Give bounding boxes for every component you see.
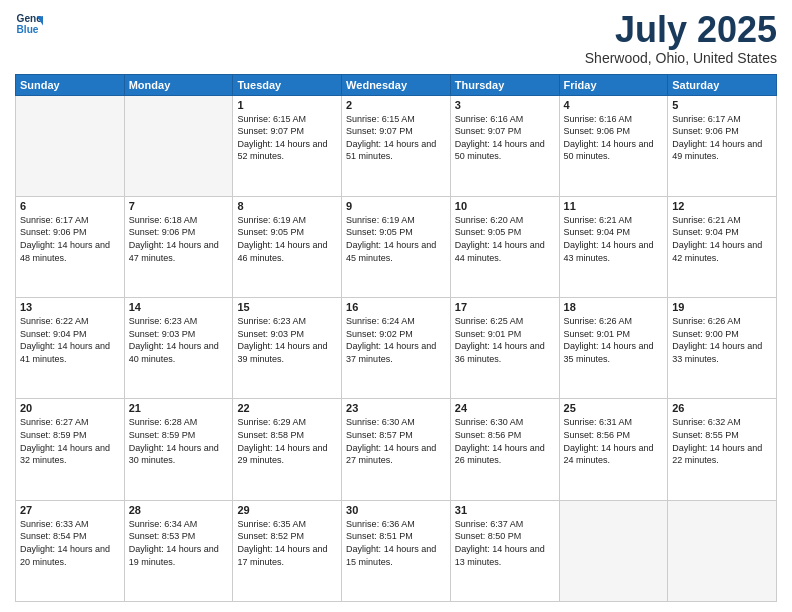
calendar-week-row: 6 Sunrise: 6:17 AMSunset: 9:06 PMDayligh… [16, 196, 777, 297]
table-row: 6 Sunrise: 6:17 AMSunset: 9:06 PMDayligh… [16, 196, 125, 297]
day-number: 11 [564, 200, 664, 212]
table-row: 2 Sunrise: 6:15 AMSunset: 9:07 PMDayligh… [342, 95, 451, 196]
day-number: 26 [672, 402, 772, 414]
table-row: 17 Sunrise: 6:25 AMSunset: 9:01 PMDaylig… [450, 298, 559, 399]
col-sunday: Sunday [16, 74, 125, 95]
day-info: Sunrise: 6:31 AMSunset: 8:56 PMDaylight:… [564, 416, 664, 466]
table-row: 4 Sunrise: 6:16 AMSunset: 9:06 PMDayligh… [559, 95, 668, 196]
day-info: Sunrise: 6:15 AMSunset: 9:07 PMDaylight:… [346, 113, 446, 163]
table-row: 19 Sunrise: 6:26 AMSunset: 9:00 PMDaylig… [668, 298, 777, 399]
day-info: Sunrise: 6:23 AMSunset: 9:03 PMDaylight:… [237, 315, 337, 365]
table-row: 16 Sunrise: 6:24 AMSunset: 9:02 PMDaylig… [342, 298, 451, 399]
day-number: 24 [455, 402, 555, 414]
day-number: 8 [237, 200, 337, 212]
col-friday: Friday [559, 74, 668, 95]
title-block: July 2025 Sherwood, Ohio, United States [585, 10, 777, 66]
day-info: Sunrise: 6:21 AMSunset: 9:04 PMDaylight:… [672, 214, 772, 264]
day-info: Sunrise: 6:15 AMSunset: 9:07 PMDaylight:… [237, 113, 337, 163]
page: General Blue July 2025 Sherwood, Ohio, U… [0, 0, 792, 612]
day-number: 13 [20, 301, 120, 313]
day-info: Sunrise: 6:32 AMSunset: 8:55 PMDaylight:… [672, 416, 772, 466]
table-row: 22 Sunrise: 6:29 AMSunset: 8:58 PMDaylig… [233, 399, 342, 500]
day-info: Sunrise: 6:26 AMSunset: 9:00 PMDaylight:… [672, 315, 772, 365]
table-row: 20 Sunrise: 6:27 AMSunset: 8:59 PMDaylig… [16, 399, 125, 500]
table-row [16, 95, 125, 196]
table-row: 3 Sunrise: 6:16 AMSunset: 9:07 PMDayligh… [450, 95, 559, 196]
col-saturday: Saturday [668, 74, 777, 95]
day-info: Sunrise: 6:30 AMSunset: 8:56 PMDaylight:… [455, 416, 555, 466]
day-info: Sunrise: 6:27 AMSunset: 8:59 PMDaylight:… [20, 416, 120, 466]
col-monday: Monday [124, 74, 233, 95]
day-info: Sunrise: 6:16 AMSunset: 9:06 PMDaylight:… [564, 113, 664, 163]
calendar-table: Sunday Monday Tuesday Wednesday Thursday… [15, 74, 777, 602]
table-row: 9 Sunrise: 6:19 AMSunset: 9:05 PMDayligh… [342, 196, 451, 297]
day-number: 4 [564, 99, 664, 111]
day-number: 21 [129, 402, 229, 414]
calendar-week-row: 13 Sunrise: 6:22 AMSunset: 9:04 PMDaylig… [16, 298, 777, 399]
month-title: July 2025 [585, 10, 777, 50]
calendar-week-row: 20 Sunrise: 6:27 AMSunset: 8:59 PMDaylig… [16, 399, 777, 500]
table-row: 1 Sunrise: 6:15 AMSunset: 9:07 PMDayligh… [233, 95, 342, 196]
day-info: Sunrise: 6:29 AMSunset: 8:58 PMDaylight:… [237, 416, 337, 466]
day-number: 16 [346, 301, 446, 313]
day-number: 6 [20, 200, 120, 212]
day-number: 14 [129, 301, 229, 313]
col-thursday: Thursday [450, 74, 559, 95]
day-number: 1 [237, 99, 337, 111]
day-number: 15 [237, 301, 337, 313]
table-row: 11 Sunrise: 6:21 AMSunset: 9:04 PMDaylig… [559, 196, 668, 297]
day-number: 23 [346, 402, 446, 414]
day-info: Sunrise: 6:22 AMSunset: 9:04 PMDaylight:… [20, 315, 120, 365]
table-row [668, 500, 777, 601]
table-row: 24 Sunrise: 6:30 AMSunset: 8:56 PMDaylig… [450, 399, 559, 500]
day-number: 9 [346, 200, 446, 212]
day-info: Sunrise: 6:35 AMSunset: 8:52 PMDaylight:… [237, 518, 337, 568]
table-row: 28 Sunrise: 6:34 AMSunset: 8:53 PMDaylig… [124, 500, 233, 601]
day-info: Sunrise: 6:28 AMSunset: 8:59 PMDaylight:… [129, 416, 229, 466]
table-row: 30 Sunrise: 6:36 AMSunset: 8:51 PMDaylig… [342, 500, 451, 601]
location-title: Sherwood, Ohio, United States [585, 50, 777, 66]
day-number: 17 [455, 301, 555, 313]
day-info: Sunrise: 6:25 AMSunset: 9:01 PMDaylight:… [455, 315, 555, 365]
day-number: 28 [129, 504, 229, 516]
day-info: Sunrise: 6:36 AMSunset: 8:51 PMDaylight:… [346, 518, 446, 568]
day-info: Sunrise: 6:23 AMSunset: 9:03 PMDaylight:… [129, 315, 229, 365]
header: General Blue July 2025 Sherwood, Ohio, U… [15, 10, 777, 66]
table-row: 8 Sunrise: 6:19 AMSunset: 9:05 PMDayligh… [233, 196, 342, 297]
day-info: Sunrise: 6:26 AMSunset: 9:01 PMDaylight:… [564, 315, 664, 365]
table-row: 27 Sunrise: 6:33 AMSunset: 8:54 PMDaylig… [16, 500, 125, 601]
day-info: Sunrise: 6:24 AMSunset: 9:02 PMDaylight:… [346, 315, 446, 365]
day-number: 22 [237, 402, 337, 414]
day-info: Sunrise: 6:33 AMSunset: 8:54 PMDaylight:… [20, 518, 120, 568]
logo-icon: General Blue [15, 10, 43, 38]
svg-text:Blue: Blue [17, 24, 39, 35]
day-info: Sunrise: 6:34 AMSunset: 8:53 PMDaylight:… [129, 518, 229, 568]
day-number: 5 [672, 99, 772, 111]
day-number: 20 [20, 402, 120, 414]
day-number: 2 [346, 99, 446, 111]
day-info: Sunrise: 6:18 AMSunset: 9:06 PMDaylight:… [129, 214, 229, 264]
day-number: 29 [237, 504, 337, 516]
day-info: Sunrise: 6:30 AMSunset: 8:57 PMDaylight:… [346, 416, 446, 466]
day-info: Sunrise: 6:37 AMSunset: 8:50 PMDaylight:… [455, 518, 555, 568]
day-number: 27 [20, 504, 120, 516]
col-wednesday: Wednesday [342, 74, 451, 95]
day-info: Sunrise: 6:17 AMSunset: 9:06 PMDaylight:… [672, 113, 772, 163]
table-row: 12 Sunrise: 6:21 AMSunset: 9:04 PMDaylig… [668, 196, 777, 297]
table-row: 5 Sunrise: 6:17 AMSunset: 9:06 PMDayligh… [668, 95, 777, 196]
table-row: 18 Sunrise: 6:26 AMSunset: 9:01 PMDaylig… [559, 298, 668, 399]
day-info: Sunrise: 6:19 AMSunset: 9:05 PMDaylight:… [346, 214, 446, 264]
day-info: Sunrise: 6:17 AMSunset: 9:06 PMDaylight:… [20, 214, 120, 264]
calendar-week-row: 1 Sunrise: 6:15 AMSunset: 9:07 PMDayligh… [16, 95, 777, 196]
day-info: Sunrise: 6:21 AMSunset: 9:04 PMDaylight:… [564, 214, 664, 264]
table-row: 21 Sunrise: 6:28 AMSunset: 8:59 PMDaylig… [124, 399, 233, 500]
table-row: 10 Sunrise: 6:20 AMSunset: 9:05 PMDaylig… [450, 196, 559, 297]
table-row [124, 95, 233, 196]
day-info: Sunrise: 6:19 AMSunset: 9:05 PMDaylight:… [237, 214, 337, 264]
table-row: 7 Sunrise: 6:18 AMSunset: 9:06 PMDayligh… [124, 196, 233, 297]
logo: General Blue [15, 10, 43, 38]
table-row: 31 Sunrise: 6:37 AMSunset: 8:50 PMDaylig… [450, 500, 559, 601]
day-number: 7 [129, 200, 229, 212]
table-row: 15 Sunrise: 6:23 AMSunset: 9:03 PMDaylig… [233, 298, 342, 399]
table-row: 13 Sunrise: 6:22 AMSunset: 9:04 PMDaylig… [16, 298, 125, 399]
